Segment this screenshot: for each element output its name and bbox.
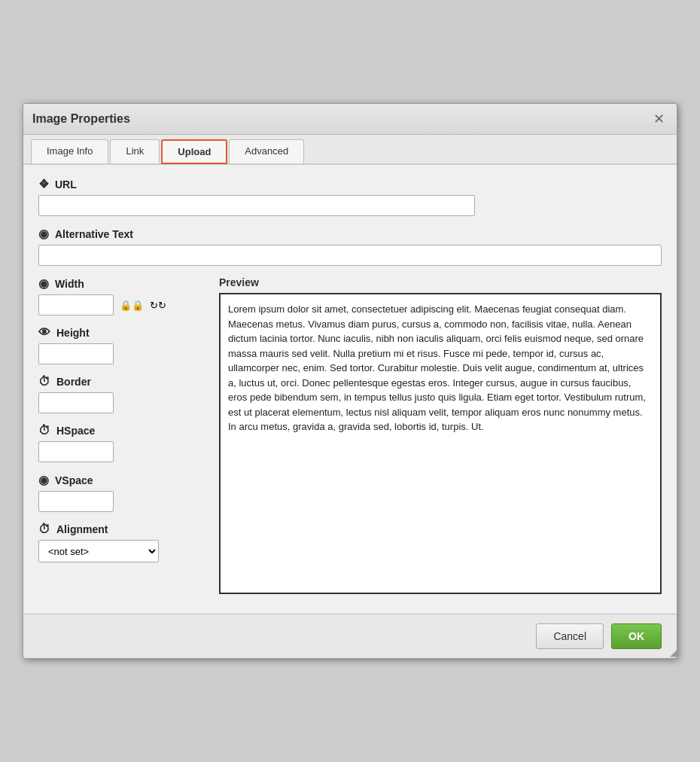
alt-field-group: ◉ Alternative Text (38, 227, 662, 266)
alignment-select[interactable]: <not set> Left Right Top Middle Bottom (38, 540, 159, 562)
vspace-input[interactable] (38, 491, 114, 512)
refresh-icon[interactable]: ↻ (150, 300, 166, 311)
dialog-body: ❖ URL ◉ Alternative Text ◉ Width (23, 165, 677, 614)
url-icon: ❖ (38, 177, 49, 191)
url-input[interactable] (38, 195, 475, 216)
tab-image-info[interactable]: Image Info (31, 139, 108, 163)
border-field-group: ⏱ Border (38, 375, 204, 413)
tab-upload[interactable]: Upload (161, 139, 227, 164)
width-icon: ◉ (38, 276, 49, 291)
width-input[interactable] (38, 294, 114, 315)
hspace-input[interactable] (38, 441, 114, 462)
url-field-group: ❖ URL (38, 177, 662, 216)
border-label: ⏱ Border (38, 375, 204, 389)
left-column: ◉ Width 🔒 ↻ 👁 Height (38, 276, 204, 594)
alignment-field-group: ⏱ Alignment <not set> Left Right Top Mid… (38, 523, 204, 562)
preview-label: Preview (219, 276, 662, 288)
resize-handle[interactable]: ◢ (665, 646, 677, 658)
close-button[interactable]: ✕ (650, 110, 668, 128)
width-field-group: ◉ Width 🔒 ↻ (38, 276, 204, 315)
tabs-bar: Image Info Link Upload Advanced (23, 135, 677, 165)
preview-box: Lorem ipsum dolor sit amet, consectetuer… (219, 293, 662, 594)
ok-button[interactable]: OK (611, 623, 662, 649)
alignment-icon: ⏱ (38, 523, 50, 536)
url-label: ❖ URL (38, 177, 662, 191)
dialog-footer: Cancel OK (23, 614, 677, 658)
border-input[interactable] (38, 392, 114, 413)
border-icon: ⏱ (38, 375, 50, 389)
hspace-field-group: ⏱ HSpace (38, 424, 204, 462)
width-label: ◉ Width (38, 276, 204, 291)
height-field-group: 👁 Height (38, 326, 204, 364)
hspace-icon: ⏱ (38, 424, 50, 437)
tab-link[interactable]: Link (110, 139, 160, 163)
dialog-title: Image Properties (32, 112, 130, 126)
right-column: Preview Lorem ipsum dolor sit amet, cons… (219, 276, 662, 594)
height-input[interactable] (38, 343, 114, 364)
lock-icon[interactable]: 🔒 (120, 300, 144, 311)
hspace-label: ⏱ HSpace (38, 424, 204, 437)
alt-icon: ◉ (38, 227, 49, 241)
alt-input[interactable] (38, 245, 662, 266)
cancel-button[interactable]: Cancel (536, 623, 604, 649)
dialog-titlebar: Image Properties ✕ (23, 104, 677, 135)
height-icon: 👁 (38, 326, 50, 340)
height-label: 👁 Height (38, 326, 204, 340)
two-col-layout: ◉ Width 🔒 ↻ 👁 Height (38, 276, 662, 594)
vspace-label: ◉ VSpace (38, 473, 204, 487)
width-height-row: 🔒 ↻ (38, 294, 204, 315)
alt-label: ◉ Alternative Text (38, 227, 662, 241)
preview-text: Lorem ipsum dolor sit amet, consectetuer… (228, 303, 646, 432)
vspace-icon: ◉ (38, 473, 49, 487)
alignment-label: ⏱ Alignment (38, 523, 204, 536)
vspace-field-group: ◉ VSpace (38, 473, 204, 512)
image-properties-dialog: Image Properties ✕ Image Info Link Uploa… (23, 103, 677, 659)
tab-advanced[interactable]: Advanced (229, 139, 304, 163)
